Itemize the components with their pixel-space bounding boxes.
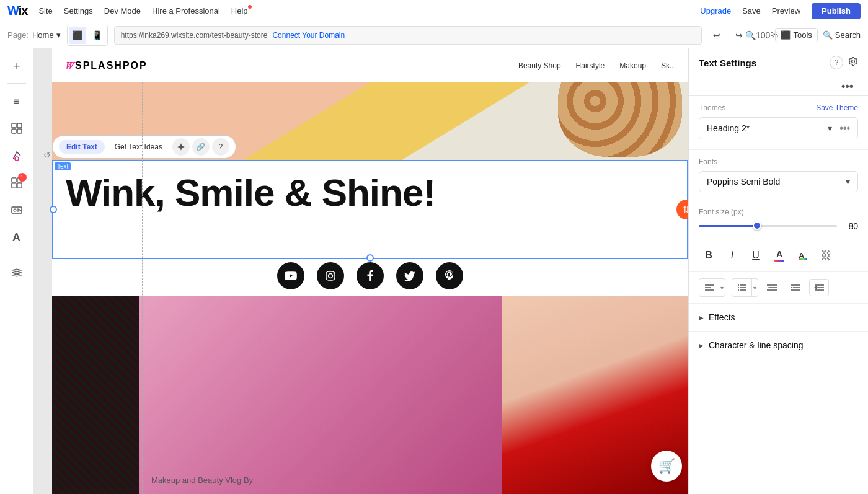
search-label: Search — [835, 30, 861, 40]
char-spacing-label: Character & line spacing — [709, 340, 804, 350]
svg-rect-7 — [11, 183, 16, 188]
underline-button[interactable]: U — [746, 245, 766, 265]
link-format-button[interactable]: ⛓ — [817, 245, 836, 265]
zoom-level[interactable]: 🔍 100% — [753, 27, 770, 44]
fonts-label: Fonts — [699, 157, 858, 166]
effects-section[interactable]: ▶ Effects — [689, 304, 868, 332]
heading-selector-controls: ▾ ••• — [828, 123, 850, 134]
align-left-button[interactable] — [699, 279, 719, 296]
desktop-view-button[interactable]: ⬛ — [69, 27, 86, 44]
sidebar-item-text[interactable]: A — [4, 225, 29, 250]
text-edit-box[interactable]: ↺ Text Edit Text Get Text Ideas 🔗 ? Wink… — [52, 160, 688, 259]
bowl-texture — [558, 82, 682, 157]
svg-rect-0 — [12, 123, 16, 128]
text-highlight-button[interactable]: A — [793, 245, 813, 265]
sidebar-item-media[interactable] — [4, 198, 29, 223]
publish-button[interactable]: Publish — [812, 3, 861, 19]
save-button[interactable]: Save — [742, 6, 761, 15]
bottom-text: Makeup and Beauty Vlog By — [151, 475, 253, 485]
nav-site[interactable]: Site — [38, 6, 52, 15]
font-name: Poppins Semi Bold — [707, 177, 780, 187]
upgrade-link[interactable]: Upgrade — [700, 6, 731, 15]
font-chevron-icon: ▾ — [846, 177, 850, 187]
layers-icon — [11, 268, 22, 277]
list-type-group: ▾ — [732, 278, 758, 297]
indent-increase-button[interactable] — [786, 279, 805, 296]
svg-rect-3 — [17, 129, 22, 133]
sidebar-divider-2 — [7, 255, 26, 255]
mobile-view-button[interactable]: 📱 — [89, 27, 106, 44]
sidebar-item-components[interactable] — [4, 116, 29, 141]
rotate-handle[interactable]: ↺ — [41, 149, 53, 161]
text-color-button[interactable]: A — [769, 245, 789, 265]
fontsize-row: 80 — [699, 221, 858, 231]
heading-text[interactable]: Wink, Smile & Shine! — [53, 161, 687, 212]
list-button[interactable] — [732, 279, 752, 296]
svg-point-23 — [738, 289, 739, 291]
font-selector[interactable]: Poppins Semi Bold ▾ — [699, 171, 858, 192]
char-spacing-section[interactable]: ▶ Character & line spacing — [689, 332, 868, 359]
nav-settings[interactable]: Settings — [64, 6, 93, 15]
help-icon-button[interactable]: ? — [830, 56, 843, 69]
fontsize-value: 80 — [843, 221, 858, 231]
nav-hire[interactable]: Hire a Professional — [152, 6, 220, 15]
tools-button[interactable]: ⬛ Tools — [775, 28, 817, 42]
list-icon — [738, 284, 746, 291]
youtube-icon[interactable] — [277, 262, 304, 289]
preview-button[interactable]: Preview — [772, 6, 800, 15]
sidebar-item-design[interactable] — [4, 143, 29, 168]
sidebar-item-apps[interactable]: 1 — [4, 170, 29, 195]
instagram-icon[interactable] — [317, 262, 344, 289]
more-options-button[interactable]: ••• — [836, 80, 858, 93]
svg-point-19 — [738, 284, 739, 286]
heading-more-icon: ••• — [839, 123, 850, 134]
heading-name: Heading 2* — [707, 123, 750, 133]
nav-makeup: Makeup — [619, 61, 646, 70]
format-section: B I U A A — [689, 239, 868, 272]
save-theme-button[interactable]: Save Theme — [816, 104, 858, 112]
nav-help[interactable]: Help — [231, 6, 248, 15]
facebook-icon[interactable] — [356, 262, 384, 289]
fontsize-thumb[interactable] — [753, 221, 761, 230]
page-selector[interactable]: Page: Home ▾ — [7, 30, 61, 40]
align-section: ▾ ▾ — [689, 272, 868, 304]
text-selection-label: Text — [55, 162, 71, 170]
resize-handle-bottom[interactable] — [366, 254, 374, 262]
get-text-ideas-button[interactable]: Get Text Ideas — [107, 140, 170, 154]
fontsize-fill — [699, 225, 757, 227]
heading-selector[interactable]: Heading 2* ▾ ••• — [699, 117, 858, 139]
rtl-button[interactable] — [809, 279, 829, 296]
ai-button[interactable] — [172, 138, 190, 156]
effects-label: Effects — [709, 312, 735, 322]
resize-handle-left[interactable] — [50, 206, 57, 213]
connect-domain-link[interactable]: Connect Your Domain — [272, 31, 345, 40]
indent-decrease-icon — [767, 284, 777, 291]
pinterest-icon[interactable] — [436, 262, 463, 289]
search-button[interactable]: 🔍 Search — [823, 30, 861, 40]
undo-button[interactable]: ↩ — [708, 27, 725, 44]
twitter-icon[interactable] — [396, 262, 423, 289]
text-align-group: ▾ — [699, 278, 725, 297]
nav-more: Sk... — [661, 61, 676, 70]
bold-button[interactable]: B — [699, 245, 719, 265]
orange-handle[interactable]: ⇅ — [676, 200, 688, 219]
cosmetics-texture — [52, 296, 139, 494]
nav-devmode[interactable]: Dev Mode — [104, 6, 141, 15]
settings-gear-icon[interactable] — [848, 56, 858, 69]
bottom-section: Makeup and Beauty Vlog By — [52, 296, 688, 494]
indent-decrease-button[interactable] — [762, 279, 782, 296]
sidebar-item-pages[interactable]: ≡ — [4, 89, 29, 113]
edit-text-button[interactable]: Edit Text — [59, 140, 105, 154]
shopping-cart-button[interactable]: 🛒 — [651, 451, 682, 482]
logo-w: 𝑊 — [64, 60, 73, 71]
pages-icon: ≡ — [13, 95, 20, 108]
pink-hair-section: Makeup and Beauty Vlog By — [139, 296, 502, 494]
sidebar-item-layers[interactable] — [4, 260, 29, 285]
svg-point-10 — [14, 209, 16, 211]
sidebar-item-add[interactable]: ＋ — [4, 53, 29, 78]
help-button[interactable]: ? — [212, 138, 229, 156]
page-dropdown-icon: ▾ — [56, 30, 61, 40]
fontsize-slider[interactable] — [699, 225, 837, 227]
italic-button[interactable]: I — [722, 245, 742, 265]
link-button[interactable]: 🔗 — [192, 138, 210, 156]
